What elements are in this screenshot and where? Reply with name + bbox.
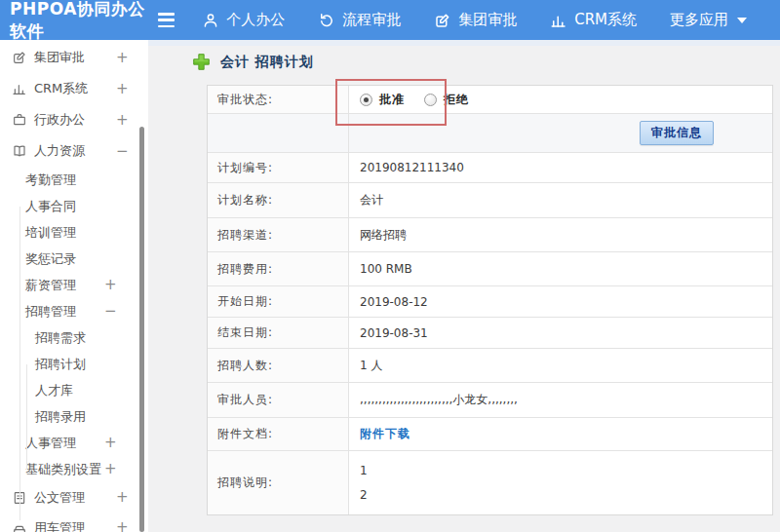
expand-icon[interactable]: + <box>116 113 129 128</box>
top-navigation-bar: PHPOA协同办公软件 个人办公 流程审批 集团审批 CRM系统 更多应用 <box>0 0 780 40</box>
field-label: 招聘渠道: <box>208 218 349 251</box>
edit-square-icon <box>434 12 451 29</box>
expand-icon[interactable]: + <box>116 51 129 65</box>
sidebar-item-personnel-mgmt[interactable]: 人事管理 + <box>0 430 148 456</box>
sidebar-item-official-docs[interactable]: 公文管理 + <box>0 482 148 513</box>
field-value: 2019-08-31 <box>349 318 772 348</box>
sidebar-item-salary[interactable]: 薪资管理 + <box>0 272 148 298</box>
table-row: 招聘费用: 100 RMB <box>208 252 772 286</box>
radio-approve-label: 批准 <box>379 92 405 108</box>
nav-label: 个人办公 <box>226 11 285 29</box>
table-row: 计划名称: 会计 <box>208 183 772 218</box>
field-label: 审批人员: <box>208 383 349 417</box>
bar-chart-icon <box>550 12 567 29</box>
sidebar-scrollbar[interactable] <box>139 127 144 532</box>
top-menu: 个人办公 流程审批 集团审批 CRM系统 更多应用 <box>202 11 780 29</box>
description-line: 2 <box>360 489 368 501</box>
field-label-empty <box>208 114 349 152</box>
sidebar-item-human-resources[interactable]: 人力资源 − <box>0 135 148 167</box>
nav-personal-office[interactable]: 个人办公 <box>202 11 285 29</box>
expand-icon[interactable]: + <box>104 462 117 476</box>
field-label: 附件文档: <box>208 418 349 450</box>
radio-approve[interactable] <box>360 94 372 106</box>
sidebar-item-base-category[interactable]: 基础类别设置 + <box>0 456 148 482</box>
sidebar-item-vehicle-mgmt[interactable]: 用车管理 + <box>0 513 148 532</box>
field-value: 1 2 <box>349 451 772 514</box>
radio-reject[interactable] <box>424 94 437 106</box>
description-line: 1 <box>360 465 368 476</box>
table-row: 计划编号: 20190812111340 <box>208 153 772 183</box>
field-value: 会计 <box>349 183 772 217</box>
cycle-icon <box>318 12 335 29</box>
sidebar-item-attendance[interactable]: 考勤管理 <box>0 167 148 193</box>
table-row: 审批状态: 批准 拒绝 <box>208 86 772 114</box>
tree-guide-line <box>26 364 27 470</box>
menu-toggle-icon[interactable] <box>158 13 175 27</box>
car-icon <box>12 520 27 532</box>
approval-info-button[interactable]: 审批信息 <box>640 121 714 145</box>
field-value: 1 人 <box>349 349 772 382</box>
nav-group-approval[interactable]: 集团审批 <box>434 11 517 29</box>
table-row: 结束日期: 2019-08-31 <box>208 318 772 349</box>
page-title: 会计 招聘计划 <box>220 54 314 71</box>
sidebar-item-recruit-plan[interactable]: 招聘计划 <box>0 351 148 377</box>
bar-chart-icon <box>12 81 27 96</box>
sidebar-item-training[interactable]: 培训管理 <box>0 219 148 246</box>
table-row: 附件文档: 附件下载 <box>208 418 772 451</box>
nav-label: 集团审批 <box>458 11 517 29</box>
nav-crm-system[interactable]: CRM系统 <box>550 11 637 29</box>
field-value: 100 RMB <box>349 252 772 285</box>
expand-icon[interactable]: + <box>104 278 117 292</box>
field-label: 结束日期: <box>208 318 349 348</box>
add-icon[interactable] <box>192 53 211 71</box>
sidebar-item-recruit-mgmt[interactable]: 招聘管理 − <box>0 298 148 324</box>
field-label: 计划编号: <box>208 153 349 182</box>
nav-label: CRM系统 <box>574 11 637 29</box>
sidebar-item-recruit-demand[interactable]: 招聘需求 <box>0 324 148 351</box>
sidebar-item-group-approval[interactable]: 集团审批 + <box>0 42 148 73</box>
expand-icon[interactable]: + <box>116 490 129 505</box>
table-row: 招聘渠道: 网络招聘 <box>208 218 772 252</box>
field-label: 招聘费用: <box>208 252 349 285</box>
briefcase-icon <box>12 112 27 128</box>
collapse-icon[interactable]: − <box>104 304 117 319</box>
recruit-plan-detail-table: 审批状态: 批准 拒绝 审批信息 计划编号: 20190812111340 计划… <box>207 85 773 515</box>
sidebar-item-rewards[interactable]: 奖惩记录 <box>0 246 148 272</box>
table-row: 开始日期: 2019-08-12 <box>208 286 772 318</box>
nav-process-approval[interactable]: 流程审批 <box>318 11 401 29</box>
table-row: 招聘说明: 1 2 <box>208 451 772 514</box>
expand-icon[interactable]: + <box>116 82 129 96</box>
sidebar-item-talent-pool[interactable]: 人才库 <box>0 377 148 403</box>
field-label: 开始日期: <box>208 286 349 317</box>
table-row: 招聘人数: 1 人 <box>208 349 772 383</box>
tree-guide-line <box>20 207 20 520</box>
sidebar-item-crm[interactable]: CRM系统 + <box>0 73 148 104</box>
main-content: 会计 招聘计划 审批状态: 批准 拒绝 审批信息 计划编号: 201908121… <box>148 40 780 532</box>
app-logo: PHPOA协同办公软件 <box>0 0 148 43</box>
attachment-download-link[interactable]: 附件下载 <box>360 426 410 442</box>
page-header: 会计 招聘计划 <box>192 53 314 71</box>
topbar-shadow-strip <box>148 40 780 46</box>
user-icon <box>202 12 219 29</box>
field-value: ,,,,,,,,,,,,,,,,,,,,,,,,,小龙女,,,,,,,, <box>349 383 772 417</box>
sidebar: 集团审批 + CRM系统 + 行政办公 + 人力资源 − 考勤管理 人事合同 培… <box>0 40 148 532</box>
field-label: 招聘人数: <box>208 349 349 382</box>
field-label: 招聘说明: <box>208 451 349 514</box>
field-label: 计划名称: <box>208 183 349 217</box>
field-value: 2019-08-12 <box>349 286 772 317</box>
nav-label: 流程审批 <box>342 11 401 29</box>
field-value: 20190812111340 <box>349 153 772 182</box>
sidebar-item-hr-contract[interactable]: 人事合同 <box>0 193 148 219</box>
table-row: 审批信息 <box>208 114 772 153</box>
field-value: 网络招聘 <box>349 218 772 251</box>
sidebar-item-admin-office[interactable]: 行政办公 + <box>0 104 148 135</box>
nav-more-apps[interactable]: 更多应用 <box>670 11 747 29</box>
approval-status-cell: 批准 拒绝 <box>349 86 772 113</box>
expand-icon[interactable]: + <box>116 520 129 532</box>
caret-down-icon <box>737 18 747 23</box>
edit-square-icon <box>12 50 27 65</box>
expand-icon[interactable]: + <box>104 436 117 450</box>
sidebar-item-recruit-hire[interactable]: 招聘录用 <box>0 403 148 430</box>
table-row: 审批人员: ,,,,,,,,,,,,,,,,,,,,,,,,,小龙女,,,,,,… <box>208 383 772 418</box>
collapse-icon[interactable]: − <box>116 144 129 159</box>
